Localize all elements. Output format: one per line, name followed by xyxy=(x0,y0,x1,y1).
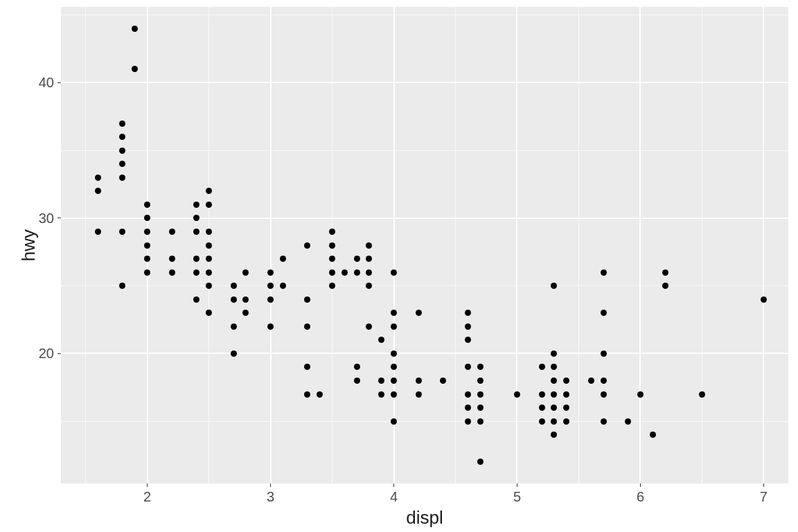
data-point xyxy=(206,310,212,316)
gridline-major-h xyxy=(61,82,788,83)
data-point xyxy=(206,229,212,235)
data-point xyxy=(477,418,484,425)
data-point xyxy=(267,323,274,330)
data-point xyxy=(342,269,348,276)
data-point xyxy=(242,269,249,276)
data-point xyxy=(440,378,446,384)
data-point xyxy=(761,296,767,303)
x-tick-mark xyxy=(517,484,517,487)
data-point xyxy=(366,256,372,262)
data-point xyxy=(601,310,607,316)
data-point xyxy=(231,323,237,330)
x-tick-mark xyxy=(147,484,148,487)
data-point xyxy=(119,283,125,289)
gridline-minor-h xyxy=(61,285,788,286)
gridline-major-v xyxy=(270,7,272,484)
x-axis-title: displ xyxy=(406,507,443,529)
data-point xyxy=(329,283,335,289)
data-point xyxy=(354,256,360,262)
data-point xyxy=(304,364,310,370)
data-point xyxy=(231,351,237,357)
data-point xyxy=(193,256,200,262)
data-point xyxy=(144,229,150,235)
data-point xyxy=(551,405,557,411)
gridline-major-h xyxy=(61,218,788,219)
data-point xyxy=(242,296,249,303)
y-tick-label: 20 xyxy=(39,346,54,362)
gridline-minor-v xyxy=(455,7,456,484)
data-point xyxy=(206,269,212,276)
data-point xyxy=(144,256,150,262)
data-point xyxy=(539,405,545,411)
data-point xyxy=(366,242,372,249)
data-point xyxy=(119,175,125,181)
data-point xyxy=(416,378,422,384)
y-axis-title: hwy xyxy=(18,229,39,261)
data-point xyxy=(601,418,607,425)
data-point xyxy=(465,405,471,411)
data-point xyxy=(378,337,384,343)
data-point xyxy=(563,405,569,411)
data-point xyxy=(391,351,397,357)
data-point xyxy=(329,269,335,276)
data-point xyxy=(119,161,125,167)
data-point xyxy=(637,391,644,398)
data-point xyxy=(391,418,397,425)
data-point xyxy=(119,121,125,127)
data-point xyxy=(588,378,594,384)
data-point xyxy=(539,391,545,398)
gridline-minor-v xyxy=(85,7,86,484)
data-point xyxy=(539,364,545,370)
data-point xyxy=(391,378,397,384)
data-point xyxy=(551,378,557,384)
data-point xyxy=(563,378,569,384)
x-tick-label: 2 xyxy=(143,489,151,505)
data-point xyxy=(95,188,101,194)
data-point xyxy=(95,229,101,235)
data-point xyxy=(391,323,397,330)
data-point xyxy=(477,364,484,370)
data-point xyxy=(329,242,335,249)
data-point xyxy=(650,432,656,438)
data-point xyxy=(391,269,397,276)
data-point xyxy=(267,283,274,289)
data-point xyxy=(169,269,175,276)
data-point xyxy=(304,391,310,398)
x-tick-label: 6 xyxy=(637,489,644,505)
y-tick-mark xyxy=(57,218,61,218)
data-point xyxy=(416,391,422,398)
data-point xyxy=(304,296,310,303)
gridline-major-v xyxy=(393,7,395,484)
x-tick-label: 5 xyxy=(513,489,521,505)
data-point xyxy=(193,296,200,303)
data-point xyxy=(329,229,335,235)
data-point xyxy=(662,283,668,289)
data-point xyxy=(119,229,125,235)
x-tick-mark xyxy=(763,484,764,487)
y-tick-mark xyxy=(57,353,61,354)
x-tick-mark xyxy=(640,484,641,487)
x-tick-mark xyxy=(393,484,394,487)
data-point xyxy=(193,215,200,221)
data-point xyxy=(144,242,150,249)
data-point xyxy=(119,134,125,140)
gridline-minor-v xyxy=(702,7,702,484)
data-point xyxy=(551,283,557,289)
data-point xyxy=(193,269,200,276)
data-point xyxy=(391,391,397,398)
data-point xyxy=(366,323,372,330)
data-point xyxy=(539,418,545,425)
data-point xyxy=(304,323,310,330)
data-point xyxy=(699,391,705,398)
x-tick-label: 7 xyxy=(760,489,768,505)
data-point xyxy=(280,256,286,262)
data-point xyxy=(551,351,557,357)
data-point xyxy=(625,418,631,425)
y-tick-mark xyxy=(57,82,61,83)
data-point xyxy=(354,378,360,384)
data-point xyxy=(378,378,384,384)
data-point xyxy=(465,391,471,398)
data-point xyxy=(563,418,569,425)
plot-panel xyxy=(61,7,788,484)
gridline-major-h xyxy=(61,353,788,354)
